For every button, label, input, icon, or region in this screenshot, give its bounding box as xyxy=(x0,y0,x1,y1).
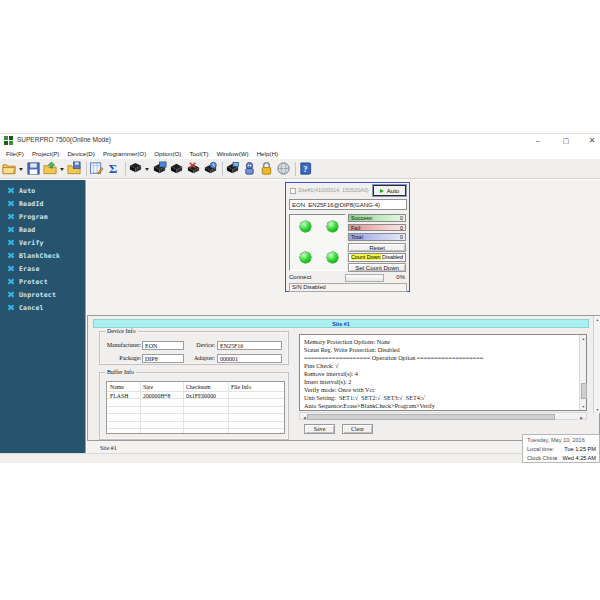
world-clock-icon[interactable] xyxy=(276,161,291,176)
operation-info-panel: Memory Protection Options: None Status R… xyxy=(299,334,587,411)
col-header-fileinfo: File Info xyxy=(231,384,251,390)
command-icon xyxy=(7,252,14,259)
menu-option[interactable]: Option(O) xyxy=(154,150,181,157)
scroll-down-icon[interactable]: ▼ xyxy=(581,404,587,408)
help-icon[interactable]: ? xyxy=(298,161,313,176)
menu-window[interactable]: Window(W) xyxy=(217,150,249,157)
auto-button[interactable]: Auto xyxy=(373,185,406,196)
info-horizontal-scrollbar[interactable]: ◀ ▶ xyxy=(299,412,587,420)
menu-device[interactable]: Device(D) xyxy=(67,150,95,157)
save-project-icon[interactable] xyxy=(67,161,82,176)
buffer-row-checksum[interactable]: 0x1FE00000 xyxy=(186,393,216,399)
clock-date: Tuesday, May 10, 2016 xyxy=(527,437,596,443)
scroll-up-icon[interactable]: ▲ xyxy=(595,317,600,321)
connect-progressbar xyxy=(345,274,384,282)
clear-button[interactable]: Clear xyxy=(342,424,373,434)
set-countdown-button[interactable]: Set Count Down xyxy=(348,263,406,272)
buffer-table: Name Size Checksum File Info FLASH 20000… xyxy=(106,381,285,434)
scroll-up-icon[interactable]: ▲ xyxy=(581,336,587,340)
info-vertical-scrollbar[interactable]: ▲ ▼ xyxy=(579,335,586,410)
edit-buffer-icon[interactable] xyxy=(89,161,104,176)
command-icon xyxy=(7,226,14,233)
select-device-dropdown-icon[interactable] xyxy=(145,161,150,176)
menu-tool[interactable]: Tool(T) xyxy=(189,150,208,157)
toolbar: Σ ? xyxy=(0,159,600,179)
security-icon[interactable] xyxy=(259,161,274,176)
site-checkbox[interactable] xyxy=(290,188,296,194)
checksum-icon[interactable]: Σ xyxy=(106,161,121,176)
fail-counter: Fail:0 xyxy=(348,224,406,232)
col-header-name: Name xyxy=(110,384,124,390)
serial-number-status: S/N Disabled xyxy=(289,283,407,292)
menu-project[interactable]: Project(P) xyxy=(32,150,60,157)
menu-programmer[interactable]: Programmer(O) xyxy=(103,150,146,157)
status-site-label: Site #1 xyxy=(100,445,117,451)
select-device-icon[interactable] xyxy=(128,161,143,176)
scrollbar-thumb[interactable] xyxy=(581,383,587,399)
open-file-dropdown-icon[interactable] xyxy=(19,161,24,176)
scroll-down-icon[interactable]: ▼ xyxy=(595,407,600,411)
site-control-panel: Site#1(41000014: 150520A0) Auto EON EN25… xyxy=(285,182,410,292)
led-indicator xyxy=(327,252,338,263)
minimize-button[interactable]: – xyxy=(527,134,549,147)
command-icon xyxy=(7,304,14,311)
manufacturer-label: Manufacturer: xyxy=(102,342,141,348)
production-mode-icon[interactable] xyxy=(203,161,218,176)
save-button[interactable]: Save xyxy=(304,424,335,434)
buffer-row-size[interactable]: 200000H*8 xyxy=(143,393,170,399)
open-file-icon[interactable] xyxy=(2,161,17,176)
sidebar-item-erase[interactable]: Erase xyxy=(0,262,85,275)
client-area: Site#1(41000014: 150520A0) Auto EON EN25… xyxy=(87,180,600,453)
device-info-group: Device Info Manufacturer: EON Device: EN… xyxy=(99,331,289,365)
sidebar-item-protect[interactable]: Protect xyxy=(0,275,85,288)
status-bar xyxy=(0,453,600,463)
adapter-label: Adapter: xyxy=(180,355,215,361)
package-label: Package: xyxy=(102,355,141,361)
sidebar-item-read[interactable]: Read xyxy=(0,223,85,236)
save-file-icon[interactable] xyxy=(26,161,41,176)
app-icon xyxy=(4,136,13,145)
maximize-button[interactable]: ▢ xyxy=(555,134,577,147)
connect-programmer-icon[interactable] xyxy=(242,161,257,176)
led-indicator xyxy=(327,221,338,232)
total-counter: Total:0 xyxy=(348,233,406,241)
countdown-status: Count Down Disabled xyxy=(348,253,406,262)
play-icon xyxy=(380,189,384,193)
load-project-icon[interactable] xyxy=(43,161,58,176)
device-info-icon[interactable] xyxy=(152,161,167,176)
scrollbar-thumb[interactable] xyxy=(307,414,555,420)
buffer-row-name[interactable]: FLASH xyxy=(110,393,128,399)
sidebar-item-unprotect[interactable]: Unprotect xyxy=(0,288,85,301)
sidebar-item-readid[interactable]: ReadId xyxy=(0,197,85,210)
chip-operation-icon[interactable] xyxy=(225,161,240,176)
clock-panel: Tuesday, May 10, 2016 Local time:Tue 1:2… xyxy=(522,434,600,463)
svg-text:?: ? xyxy=(303,164,307,174)
connect-percent: 0% xyxy=(396,274,405,280)
command-icon xyxy=(7,187,14,194)
operation-info-text: Memory Protection Options: None Status R… xyxy=(304,338,576,410)
sidebar-item-auto[interactable]: Auto xyxy=(0,184,85,197)
load-project-dropdown-icon[interactable] xyxy=(60,161,65,176)
menu-file[interactable]: File(F) xyxy=(6,150,24,157)
device-label: Device: xyxy=(180,342,215,348)
sidebar-item-verify[interactable]: Verify xyxy=(0,236,85,249)
reset-button[interactable]: Reset xyxy=(348,243,406,252)
buffer-info-group: Buffer Info Name Size Checksum xyxy=(99,372,289,440)
package-field: DIP8 xyxy=(142,354,184,363)
sidebar-item-cancel[interactable]: Cancel xyxy=(0,301,85,314)
edit-auto-icon[interactable] xyxy=(186,161,201,176)
manufacturer-field: EON xyxy=(142,341,184,350)
menu-help[interactable]: Help(H) xyxy=(257,150,278,157)
window-vertical-scrollbar[interactable]: ▲ ▼ xyxy=(593,316,600,413)
run-auto-icon[interactable] xyxy=(169,161,184,176)
sidebar-item-blankcheck[interactable]: BlankCheck xyxy=(0,249,85,262)
sidebar-item-program[interactable]: Program xyxy=(0,210,85,223)
clock-local-time: Local time:Tue 1:25 PM xyxy=(527,446,596,452)
col-header-checksum: Checksum xyxy=(186,384,210,390)
buffer-info-title: Buffer Info xyxy=(105,369,136,375)
scroll-right-icon[interactable]: ▶ xyxy=(579,415,585,419)
command-icon xyxy=(7,200,14,207)
close-button[interactable]: ✕ xyxy=(581,134,600,147)
site-window-title[interactable]: Site #1 xyxy=(93,319,589,328)
site-checkbox-label: Site#1(41000014: 150520A0) xyxy=(298,187,372,193)
